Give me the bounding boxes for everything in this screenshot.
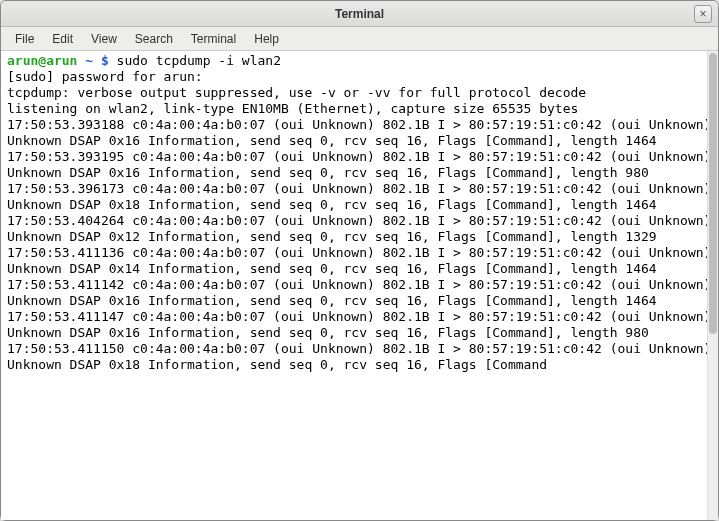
terminal-output[interactable]: arun@arun ~ $ sudo tcpdump -i wlan2 [sud…	[1, 51, 718, 520]
output-line: tcpdump: verbose output suppressed, use …	[7, 85, 586, 100]
titlebar[interactable]: Terminal ×	[1, 1, 718, 27]
close-icon: ×	[699, 7, 706, 21]
output-line: 17:50:53.404264 c0:4a:00:4a:b0:07 (oui U…	[7, 213, 718, 244]
output-line: listening on wlan2, link-type EN10MB (Et…	[7, 101, 578, 116]
window-title: Terminal	[335, 7, 384, 21]
scrollbar-thumb[interactable]	[709, 53, 717, 334]
close-button[interactable]: ×	[694, 5, 712, 23]
command-text: sudo tcpdump -i wlan2	[117, 53, 281, 68]
output-line: 17:50:53.411136 c0:4a:00:4a:b0:07 (oui U…	[7, 245, 718, 276]
menu-help[interactable]: Help	[246, 29, 287, 49]
output-line: 17:50:53.396173 c0:4a:00:4a:b0:07 (oui U…	[7, 181, 718, 212]
menubar: File Edit View Search Terminal Help	[1, 27, 718, 51]
output-line: 17:50:53.411150 c0:4a:00:4a:b0:07 (oui U…	[7, 341, 718, 372]
output-line: 17:50:53.411147 c0:4a:00:4a:b0:07 (oui U…	[7, 309, 718, 340]
prompt-symbol: $	[101, 53, 109, 68]
menu-edit[interactable]: Edit	[44, 29, 81, 49]
menu-view[interactable]: View	[83, 29, 125, 49]
output-line: 17:50:53.393195 c0:4a:00:4a:b0:07 (oui U…	[7, 149, 718, 180]
terminal-window: Terminal × File Edit View Search Termina…	[0, 0, 719, 521]
menu-search[interactable]: Search	[127, 29, 181, 49]
menu-file[interactable]: File	[7, 29, 42, 49]
output-line: 17:50:53.411142 c0:4a:00:4a:b0:07 (oui U…	[7, 277, 718, 308]
menu-terminal[interactable]: Terminal	[183, 29, 244, 49]
scrollbar[interactable]	[707, 51, 718, 520]
prompt-cwd: ~	[85, 53, 93, 68]
output-line: 17:50:53.393188 c0:4a:00:4a:b0:07 (oui U…	[7, 117, 718, 148]
output-line: [sudo] password for arun:	[7, 69, 203, 84]
prompt-user-host: arun@arun	[7, 53, 77, 68]
